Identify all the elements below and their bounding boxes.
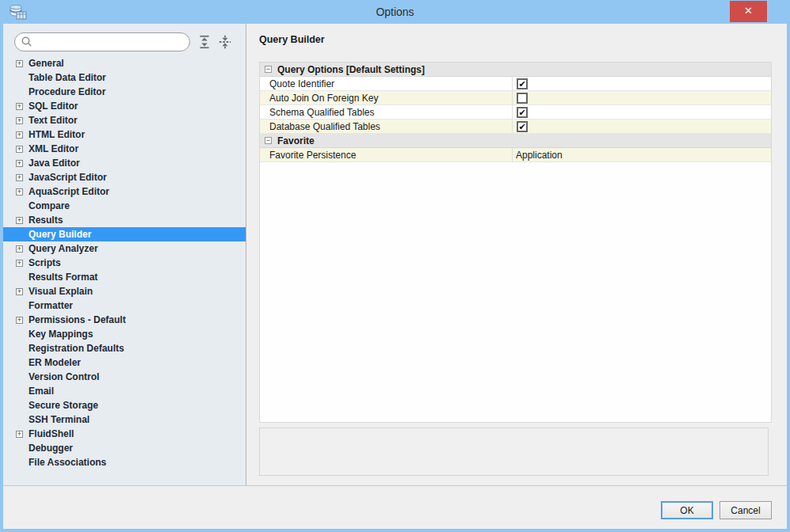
property-row-quote-identifier[interactable]: Quote Identifier✔ xyxy=(260,77,771,91)
sidebar-item-label: XML Editor xyxy=(29,143,78,154)
tree-expand-icon[interactable]: + xyxy=(16,288,23,295)
sidebar-item-secure-storage[interactable]: Secure Storage xyxy=(3,398,246,412)
close-button[interactable]: ✕ xyxy=(730,1,767,22)
sidebar-item-label: Email xyxy=(29,386,54,397)
sidebar-item-label: Results xyxy=(29,215,63,226)
tree-expand-icon[interactable]: + xyxy=(16,174,23,181)
group-header-query-options-default-settings[interactable]: −Query Options [Default Settings] xyxy=(260,63,771,77)
collapse-all-icon[interactable] xyxy=(217,34,233,50)
sidebar-item-xml-editor[interactable]: +XML Editor xyxy=(3,142,246,156)
property-row-favorite-persistence[interactable]: Favorite PersistenceApplication xyxy=(260,148,771,162)
sidebar-item-label: HTML Editor xyxy=(29,129,85,140)
sidebar-item-general[interactable]: +General xyxy=(3,56,246,70)
sidebar-item-label: Formatter xyxy=(29,300,73,311)
sidebar-item-html-editor[interactable]: +HTML Editor xyxy=(3,127,246,142)
sidebar-item-fluidshell[interactable]: +FluidShell xyxy=(3,427,246,441)
sidebar-item-label: Compare xyxy=(29,200,70,211)
property-row-auto-join-on-foreign-key[interactable]: Auto Join On Foreign Key xyxy=(260,91,771,105)
collapse-group-icon[interactable]: − xyxy=(265,137,272,144)
search-box[interactable] xyxy=(14,32,190,51)
property-value-cell: ✔ xyxy=(513,77,771,91)
sidebar-item-registration-defaults[interactable]: Registration Defaults xyxy=(3,341,246,355)
sidebar-item-label: Text Editor xyxy=(29,115,78,126)
tree-expand-icon[interactable]: + xyxy=(16,146,23,153)
property-value-cell: ✔ xyxy=(513,105,771,120)
sidebar-item-procedure-editor[interactable]: Procedure Editor xyxy=(3,85,246,99)
sidebar-item-key-mappings[interactable]: Key Mappings xyxy=(3,327,246,341)
sidebar-item-label: JavaScript Editor xyxy=(29,172,107,183)
property-label: Database Qualified Tables xyxy=(260,120,513,134)
sidebar-item-label: Java Editor xyxy=(29,158,80,169)
search-input[interactable] xyxy=(33,35,189,49)
checkbox-checked[interactable]: ✔ xyxy=(517,121,528,132)
tree-expand-icon[interactable]: + xyxy=(16,431,23,438)
tree-expand-icon[interactable]: + xyxy=(16,217,23,224)
titlebar[interactable]: Options ✕ xyxy=(0,0,790,24)
tree-expand-icon[interactable]: + xyxy=(16,188,23,196)
property-table: −Query Options [Default Settings]Quote I… xyxy=(259,62,772,423)
tree-expand-icon[interactable]: + xyxy=(16,245,23,253)
property-row-schema-qualified-tables[interactable]: Schema Qualified Tables✔ xyxy=(260,105,771,120)
sidebar-item-visual-explain[interactable]: +Visual Explain xyxy=(3,284,246,298)
expand-all-icon[interactable] xyxy=(197,34,212,50)
tree-expand-icon[interactable]: + xyxy=(16,160,23,167)
sidebar-item-er-modeler[interactable]: ER Modeler xyxy=(3,355,246,370)
sidebar-item-query-analyzer[interactable]: +Query Analyzer xyxy=(3,241,246,256)
property-value-cell: Application xyxy=(513,148,771,162)
tree-expand-icon[interactable]: + xyxy=(16,117,23,124)
sidebar-item-scripts[interactable]: +Scripts xyxy=(3,256,246,270)
main-panel: Query Builder −Query Options [Default Se… xyxy=(247,24,787,485)
sidebar-item-debugger[interactable]: Debugger xyxy=(3,441,246,455)
ok-button[interactable]: OK xyxy=(661,501,713,519)
sidebar-item-results-format[interactable]: Results Format xyxy=(3,270,246,284)
sidebar-item-label: Query Builder xyxy=(29,229,91,240)
sidebar-item-table-data-editor[interactable]: Table Data Editor xyxy=(3,70,246,85)
sidebar-item-compare[interactable]: Compare xyxy=(3,199,246,213)
tree-expand-icon[interactable]: + xyxy=(16,260,23,267)
sidebar-item-label: ER Modeler xyxy=(29,357,81,368)
description-panel xyxy=(259,428,769,476)
sidebar-item-label: Scripts xyxy=(29,257,61,268)
sidebar-item-label: Version Control xyxy=(29,371,99,382)
sidebar-item-label: SQL Editor xyxy=(29,101,78,112)
tree-expand-icon[interactable]: + xyxy=(16,60,23,67)
tree-expand-icon[interactable]: + xyxy=(16,131,23,139)
cancel-button[interactable]: Cancel xyxy=(719,501,772,519)
property-row-database-qualified-tables[interactable]: Database Qualified Tables✔ xyxy=(260,120,771,134)
sidebar-item-text-editor[interactable]: +Text Editor xyxy=(3,113,246,127)
sidebar-item-label: Secure Storage xyxy=(29,400,98,411)
tree-expand-icon[interactable]: + xyxy=(16,317,23,324)
sidebar-item-aquascript-editor[interactable]: +AquaScript Editor xyxy=(3,184,246,199)
sidebar: +GeneralTable Data EditorProcedure Edito… xyxy=(3,24,246,485)
sidebar-item-javascript-editor[interactable]: +JavaScript Editor xyxy=(3,170,246,184)
sidebar-item-permissions-default[interactable]: +Permissions - Default xyxy=(3,313,246,327)
sidebar-item-label: Permissions - Default xyxy=(29,314,126,325)
sidebar-item-ssh-terminal[interactable]: SSH Terminal xyxy=(3,412,246,427)
property-label: Auto Join On Foreign Key xyxy=(260,91,513,105)
tree-expand-icon[interactable]: + xyxy=(16,103,23,110)
group-header-favorite[interactable]: −Favorite xyxy=(260,134,771,148)
sidebar-item-label: Key Mappings xyxy=(29,329,93,340)
sidebar-item-version-control[interactable]: Version Control xyxy=(3,370,246,384)
collapse-group-icon[interactable]: − xyxy=(265,66,272,73)
sidebar-item-java-editor[interactable]: +Java Editor xyxy=(3,156,246,170)
property-value[interactable]: Application xyxy=(516,148,563,162)
sidebar-item-email[interactable]: Email xyxy=(3,384,246,398)
page-title: Query Builder xyxy=(259,34,325,45)
sidebar-item-file-associations[interactable]: File Associations xyxy=(3,455,246,469)
property-label: Quote Identifier xyxy=(260,77,513,91)
sidebar-item-sql-editor[interactable]: +SQL Editor xyxy=(3,99,246,113)
sidebar-item-label: General xyxy=(29,58,64,69)
checkbox-checked[interactable]: ✔ xyxy=(517,107,528,118)
sidebar-item-label: Registration Defaults xyxy=(29,343,124,354)
window-title: Options xyxy=(0,0,790,24)
sidebar-item-query-builder[interactable]: Query Builder xyxy=(3,227,246,241)
sidebar-item-label: Visual Explain xyxy=(29,286,93,297)
sidebar-item-formatter[interactable]: Formatter xyxy=(3,298,246,313)
options-dialog: Options ✕ xyxy=(0,0,790,532)
sidebar-item-results[interactable]: +Results xyxy=(3,213,246,227)
checkbox-unchecked[interactable] xyxy=(517,93,528,104)
group-header-label: Query Options [Default Settings] xyxy=(277,64,425,75)
checkbox-checked[interactable]: ✔ xyxy=(517,78,528,89)
sidebar-item-label: SSH Terminal xyxy=(29,414,90,425)
